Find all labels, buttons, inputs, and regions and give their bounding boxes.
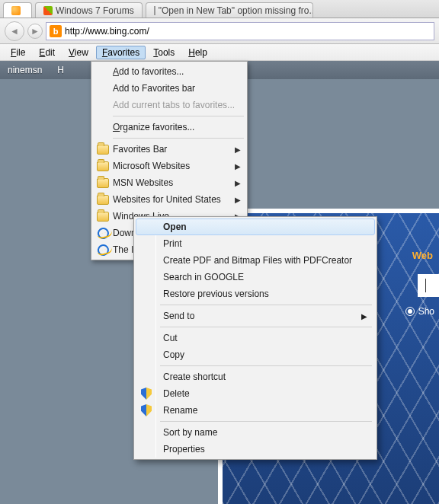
fav-add-current-tabs: Add current tabs to favorites...: [93, 97, 245, 113]
toolbar-link-ninemsn[interactable]: ninemsn: [8, 65, 42, 75]
tab-favicon: [43, 6, 53, 15]
menu-separator: [160, 305, 372, 305]
ctx-open[interactable]: Open: [136, 219, 375, 235]
submenu-arrow-icon: ▶: [235, 196, 241, 204]
menu-bar: File Edit View Favorites Tools Help: [0, 44, 439, 61]
submenu-arrow-icon: ▶: [235, 145, 241, 154]
forward-arrow-icon: ►: [30, 26, 40, 37]
ctx-label: Delete: [163, 388, 190, 399]
ctx-create-pdf[interactable]: Create PDF and Bitmap Files with PDFCrea…: [136, 252, 375, 269]
tab-favicon: [154, 6, 155, 15]
ctx-restore-previous[interactable]: Restore previous versions: [136, 285, 375, 302]
fav-folder-label: Websites for United States: [113, 194, 221, 205]
submenu-arrow-icon: ▶: [235, 162, 241, 171]
fav-folder-us[interactable]: Websites for United States ▶: [93, 191, 245, 208]
address-bar[interactable]: b: [46, 22, 434, 40]
folder-icon: [96, 193, 110, 206]
ctx-copy[interactable]: Copy: [136, 346, 375, 363]
fav-folder-label: Microsoft Websites: [113, 161, 190, 171]
submenu-arrow-icon: ▶: [235, 179, 241, 187]
browser-tabs: Windows 7 Forums "Open in New Tab" optio…: [0, 0, 439, 18]
tab-3[interactable]: "Open in New Tab" option missing fro...: [146, 2, 313, 18]
ie-icon: [96, 226, 110, 240]
back-arrow-icon: ◄: [10, 26, 19, 37]
ctx-sort-by-name[interactable]: Sort by name: [136, 424, 375, 441]
menu-separator: [113, 138, 244, 139]
fav-folder-favorites-bar[interactable]: Favorites Bar ▶: [93, 141, 245, 158]
menu-separator: [160, 421, 372, 422]
folder-icon: [96, 159, 110, 173]
back-button[interactable]: ◄: [5, 21, 24, 41]
menu-separator: [113, 116, 244, 116]
ctx-search-google[interactable]: Search in GOOGLE: [136, 269, 375, 285]
ctx-create-shortcut[interactable]: Create shortcut: [136, 368, 375, 385]
ie-icon: [96, 243, 110, 257]
ctx-delete[interactable]: Delete: [136, 385, 375, 402]
ctx-properties[interactable]: Properties: [136, 441, 375, 458]
menu-edit[interactable]: Edit: [33, 46, 61, 59]
ctx-rename[interactable]: Rename: [136, 402, 375, 419]
context-menu: Open Print Create PDF and Bitmap Files w…: [133, 216, 377, 460]
fav-add-to-favorites-bar[interactable]: Add to Favorites bar: [93, 80, 245, 97]
search-box[interactable]: [418, 274, 439, 297]
tab-2[interactable]: Windows 7 Forums: [35, 2, 143, 18]
tab-favicon: [11, 6, 21, 15]
forward-button[interactable]: ►: [27, 24, 43, 39]
toolbar-link-hotmail[interactable]: H: [57, 65, 64, 75]
menu-help[interactable]: Help: [182, 46, 213, 59]
menu-view[interactable]: View: [62, 46, 95, 59]
url-input[interactable]: [65, 26, 431, 37]
shield-icon: [139, 387, 153, 400]
address-bar-row: ◄ ► b: [0, 18, 439, 44]
fav-organize[interactable]: Organize favorites...: [93, 119, 245, 136]
tab-label: "Open in New Tab" option missing fro...: [159, 5, 313, 16]
tab-1[interactable]: [3, 2, 32, 18]
menu-favorites[interactable]: Favorites: [96, 46, 146, 59]
fav-folder-msn[interactable]: MSN Websites ▶: [93, 174, 245, 191]
folder-icon: [96, 142, 110, 156]
radio-icon: [405, 307, 415, 316]
fav-folder-microsoft[interactable]: Microsoft Websites ▶: [93, 158, 245, 174]
bing-icon: b: [50, 25, 62, 37]
fav-folder-label: MSN Websites: [113, 177, 173, 188]
submenu-arrow-icon: ▶: [361, 312, 367, 321]
folder-icon: [96, 209, 110, 223]
fav-add-to-favorites[interactable]: Add to favorites...: [93, 63, 245, 80]
menu-separator: [160, 365, 372, 366]
show-label-text: Sho: [418, 306, 434, 317]
ctx-print[interactable]: Print: [136, 235, 375, 252]
text-cursor: [425, 279, 426, 292]
fav-folder-label: Favorites Bar: [113, 144, 167, 155]
ctx-cut[interactable]: Cut: [136, 330, 375, 346]
ctx-label: Send to: [163, 311, 194, 321]
fav-link-label: The I: [113, 244, 133, 255]
ctx-send-to[interactable]: Send to ▶: [136, 308, 375, 324]
folder-icon: [96, 176, 110, 190]
menu-file[interactable]: File: [5, 46, 31, 59]
shield-icon: [139, 404, 153, 417]
ctx-label: Rename: [163, 405, 197, 416]
menu-separator: [160, 327, 372, 327]
web-scope-label[interactable]: Web: [412, 250, 433, 261]
menu-tools[interactable]: Tools: [147, 46, 181, 59]
show-results-option[interactable]: Sho: [405, 306, 434, 317]
tab-label: Windows 7 Forums: [56, 5, 134, 16]
